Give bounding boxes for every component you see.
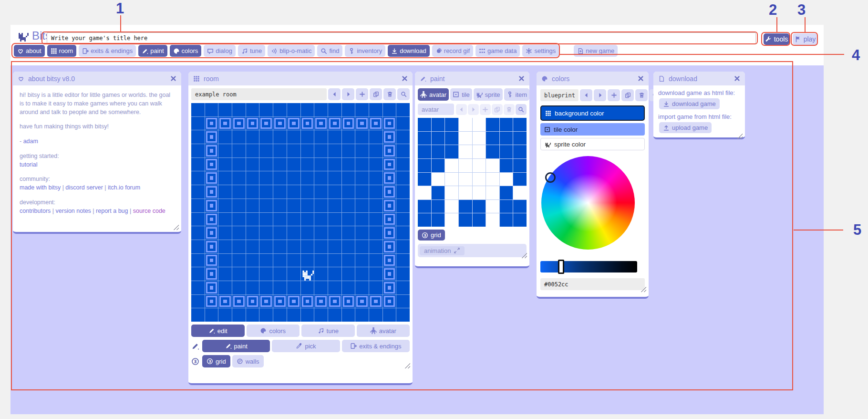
paint-pixel[interactable] <box>459 186 472 199</box>
room-cell[interactable] <box>369 226 382 240</box>
room-tab-colors[interactable]: colors <box>247 325 300 337</box>
paint-pixel[interactable] <box>486 118 499 131</box>
room-cell[interactable] <box>396 254 410 267</box>
room-cell[interactable] <box>259 158 273 171</box>
paint-pixel[interactable] <box>432 145 445 158</box>
room-cell[interactable] <box>191 213 205 226</box>
room-cell[interactable] <box>314 103 328 116</box>
close-icon[interactable] <box>170 75 176 82</box>
room-cell-tile[interactable] <box>301 295 314 308</box>
toolbar-button-blip-o-matic[interactable]: blip-o-matic <box>268 45 315 57</box>
room-cell[interactable] <box>369 240 382 253</box>
animation-expander[interactable]: animation <box>420 246 465 255</box>
room-cell-tile[interactable] <box>205 213 218 226</box>
room-cell-tile[interactable] <box>383 267 396 281</box>
room-cell-tile[interactable] <box>383 171 396 185</box>
room-cell-tile[interactable] <box>205 226 218 240</box>
room-cell[interactable] <box>287 308 300 322</box>
room-cell[interactable] <box>191 295 205 308</box>
room-cell[interactable] <box>355 254 369 267</box>
room-cell[interactable] <box>191 103 205 116</box>
paint-pixel[interactable] <box>445 145 458 158</box>
room-cell-tile[interactable] <box>205 254 218 267</box>
room-cell-tile[interactable] <box>205 199 218 212</box>
toolbar-button-paint[interactable]: paint <box>138 45 167 57</box>
room-cell[interactable] <box>328 267 341 281</box>
room-cell[interactable] <box>218 103 232 116</box>
room-cell[interactable] <box>232 254 246 267</box>
close-icon[interactable] <box>638 75 644 82</box>
room-cell[interactable] <box>355 240 369 253</box>
room-cell-tile[interactable] <box>218 295 232 308</box>
room-cell[interactable] <box>218 171 232 185</box>
paint-pixel[interactable] <box>432 118 445 131</box>
room-cell[interactable] <box>191 130 205 144</box>
link-discord-server[interactable]: discord server <box>65 184 103 191</box>
paint-pixel[interactable] <box>445 159 458 172</box>
room-cell[interactable] <box>342 130 355 144</box>
room-cell[interactable] <box>396 144 410 157</box>
room-cell[interactable] <box>273 185 287 199</box>
room-cell[interactable] <box>259 226 273 240</box>
brightness-slider[interactable] <box>540 261 637 272</box>
room-cell[interactable] <box>191 267 205 281</box>
room-cell[interactable] <box>369 130 382 144</box>
room-cell[interactable] <box>287 103 300 116</box>
room-cell[interactable] <box>287 254 300 267</box>
find-button[interactable] <box>397 88 410 100</box>
room-cell[interactable] <box>191 117 205 130</box>
paint-pixel[interactable] <box>459 145 472 158</box>
paint-pixel-canvas[interactable] <box>418 118 527 227</box>
room-cell[interactable] <box>342 267 355 281</box>
toolbar-button-exits-endings[interactable]: exits & endings <box>79 45 136 57</box>
paint-pixel[interactable] <box>513 186 527 199</box>
link-contributors[interactable]: contributors <box>20 208 51 214</box>
room-cell-tile[interactable] <box>205 158 218 171</box>
room-cell[interactable] <box>232 199 246 212</box>
room-cell[interactable] <box>273 213 287 226</box>
paint-pixel[interactable] <box>513 200 527 213</box>
paint-pixel[interactable] <box>513 118 527 131</box>
room-cell[interactable] <box>246 171 259 185</box>
room-cell[interactable] <box>273 308 287 322</box>
room-map-grid[interactable] <box>191 103 410 322</box>
room-cell[interactable] <box>232 281 246 294</box>
room-cell[interactable] <box>232 144 246 157</box>
room-cell[interactable] <box>342 199 355 212</box>
room-cell[interactable] <box>369 103 382 116</box>
room-cell[interactable] <box>301 130 314 144</box>
room-cell-tile[interactable] <box>232 117 246 130</box>
room-cell[interactable] <box>328 213 341 226</box>
room-cell[interactable] <box>246 281 259 294</box>
room-cell[interactable] <box>259 103 273 116</box>
download-game-button[interactable]: download game <box>659 98 720 109</box>
room-cell-tile[interactable] <box>218 117 232 130</box>
paint-pixel[interactable] <box>473 118 486 131</box>
room-cell[interactable] <box>246 199 259 212</box>
paint-pixel[interactable] <box>418 118 431 131</box>
room-cell[interactable] <box>396 158 410 171</box>
room-cell-tile[interactable] <box>355 295 369 308</box>
room-name-input[interactable] <box>191 88 327 100</box>
room-cell[interactable] <box>355 130 369 144</box>
room-cell[interactable] <box>259 171 273 185</box>
room-cell-tile[interactable] <box>287 117 300 130</box>
room-cell[interactable] <box>273 240 287 253</box>
room-cell[interactable] <box>328 199 341 212</box>
paint-pixel[interactable] <box>459 173 472 186</box>
room-cell[interactable] <box>218 158 232 171</box>
room-tab-edit[interactable]: edit <box>191 325 245 337</box>
paint-pixel[interactable] <box>500 159 513 172</box>
room-cell[interactable] <box>328 254 341 267</box>
room-cell-tile[interactable] <box>383 199 396 212</box>
room-cell[interactable] <box>287 213 300 226</box>
room-cell-tile[interactable] <box>369 295 382 308</box>
room-cell[interactable] <box>396 226 410 240</box>
room-cell[interactable] <box>287 281 300 294</box>
link-tutorial[interactable]: tutorial <box>20 161 38 168</box>
room-cell[interactable] <box>273 281 287 294</box>
paint-pixel[interactable] <box>513 132 527 145</box>
room-cell[interactable] <box>314 185 328 199</box>
duplicate-button[interactable] <box>492 104 503 115</box>
room-cell[interactable] <box>301 213 314 226</box>
